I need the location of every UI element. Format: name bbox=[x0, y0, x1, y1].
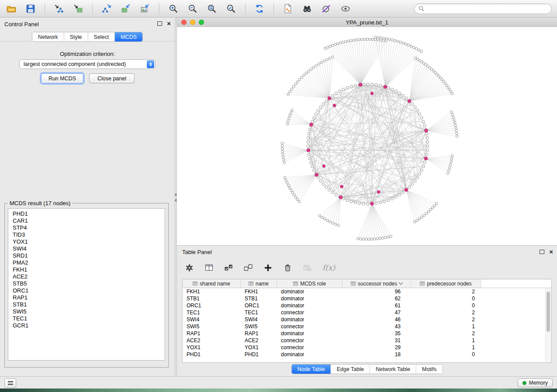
float-window-icon[interactable] bbox=[540, 250, 544, 254]
table-row[interactable]: PHD1PHD1dominator180 bbox=[183, 351, 551, 358]
table-cell[interactable]: dominator bbox=[277, 330, 343, 337]
table-row[interactable]: ACE2ACE2connector311 bbox=[183, 337, 551, 344]
table-cell[interactable]: 2 bbox=[411, 288, 481, 295]
table-cell[interactable]: 96 bbox=[343, 288, 411, 295]
network-file-button[interactable] bbox=[282, 3, 294, 15]
close-panel-icon[interactable]: × bbox=[549, 249, 553, 254]
table-cell[interactable]: FKH1 bbox=[241, 288, 277, 295]
table-cell[interactable]: SWI5 bbox=[183, 323, 241, 330]
table-cell[interactable]: ORC1 bbox=[241, 302, 277, 309]
mcds-result-list[interactable]: PHD1CAR1STP4TID3YOX1SWI4SRD1PMA2FKH1ACE2… bbox=[8, 208, 165, 361]
table-cell[interactable]: dominator bbox=[277, 302, 343, 309]
criterion-select[interactable]: largest connected component (undirected) bbox=[19, 59, 156, 69]
first-neighbors-button[interactable] bbox=[301, 3, 313, 15]
tab-network[interactable]: Network bbox=[32, 32, 64, 41]
result-item[interactable]: STB1 bbox=[8, 301, 165, 308]
table-cell[interactable]: 47 bbox=[343, 309, 411, 316]
table-cell[interactable]: 31 bbox=[343, 337, 411, 344]
table-row[interactable]: SWI5SWI5connector431 bbox=[183, 323, 551, 330]
result-item[interactable]: SWI5 bbox=[8, 308, 165, 315]
select-all-button[interactable] bbox=[224, 263, 233, 272]
table-cell[interactable]: SWI4 bbox=[183, 316, 241, 323]
table-cell[interactable]: SWI5 bbox=[241, 323, 277, 330]
split-columns-button[interactable] bbox=[204, 263, 214, 272]
table-row[interactable]: STB1STB1dominator620 bbox=[183, 295, 551, 302]
table-cell[interactable]: RAP1 bbox=[183, 330, 241, 337]
table-cell[interactable]: connector bbox=[277, 323, 343, 330]
table-row[interactable]: SWI4SWI4dominator462 bbox=[183, 316, 551, 323]
delete-row-button[interactable] bbox=[283, 263, 292, 272]
table-cell[interactable]: connector bbox=[277, 337, 343, 344]
tab-node-table[interactable]: Node Table bbox=[292, 364, 331, 374]
splitter-collapse-icon[interactable] bbox=[174, 193, 176, 202]
zoom-in-button[interactable] bbox=[167, 3, 180, 15]
table-cell[interactable]: 2 bbox=[411, 309, 481, 316]
open-session-button[interactable] bbox=[5, 3, 17, 15]
result-item[interactable]: GCR1 bbox=[8, 322, 165, 329]
result-item[interactable]: RAP1 bbox=[8, 294, 165, 301]
zoom-out-button[interactable] bbox=[187, 3, 199, 15]
tab-select[interactable]: Select bbox=[88, 32, 115, 41]
table-cell[interactable]: STB1 bbox=[241, 295, 277, 302]
result-item[interactable]: SRD1 bbox=[8, 252, 165, 259]
delete-table-button[interactable] bbox=[303, 263, 312, 272]
table-cell[interactable]: 46 bbox=[343, 316, 411, 323]
table-cell[interactable]: YOX1 bbox=[241, 344, 277, 351]
table-cell[interactable]: TEC1 bbox=[183, 309, 241, 316]
result-item[interactable]: PMA2 bbox=[8, 259, 165, 266]
table-cell[interactable]: ORC1 bbox=[183, 302, 241, 309]
export-table-button[interactable] bbox=[120, 3, 132, 15]
table-cell[interactable]: 18 bbox=[343, 351, 411, 358]
column-header[interactable]: shared name bbox=[183, 279, 241, 288]
table-scrollbar[interactable] bbox=[545, 288, 551, 362]
table-cell[interactable]: PHD1 bbox=[241, 351, 277, 358]
table-cell[interactable]: dominator bbox=[277, 295, 343, 302]
result-item[interactable]: ORC1 bbox=[8, 287, 165, 294]
table-cell[interactable]: 29 bbox=[343, 344, 411, 351]
close-panel-button[interactable]: Close panel bbox=[89, 73, 135, 83]
tab-network-table[interactable]: Network Table bbox=[370, 364, 416, 374]
save-session-button[interactable] bbox=[24, 3, 37, 15]
table-cell[interactable]: ACE2 bbox=[241, 337, 277, 344]
table-cell[interactable]: FKH1 bbox=[183, 288, 241, 295]
column-header[interactable]: predecessor nodes bbox=[411, 279, 481, 288]
export-image-button[interactable] bbox=[139, 3, 151, 15]
tab-mcds[interactable]: MCDS bbox=[115, 32, 142, 41]
function-builder-button[interactable]: f(x) bbox=[322, 263, 335, 272]
table-cell[interactable]: 61 bbox=[343, 302, 411, 309]
table-cell[interactable]: 2 bbox=[411, 330, 481, 337]
table-cell[interactable]: ACE2 bbox=[183, 337, 241, 344]
tab-edge-table[interactable]: Edge Table bbox=[331, 364, 370, 374]
table-cell[interactable]: SWI4 bbox=[241, 316, 277, 323]
result-item[interactable]: FKH1 bbox=[8, 266, 165, 273]
table-cell[interactable]: 1 bbox=[411, 323, 481, 330]
float-window-icon[interactable] bbox=[157, 21, 162, 26]
table-row[interactable]: ORC1ORC1dominator610 bbox=[183, 302, 551, 309]
apply-layout-button[interactable] bbox=[253, 3, 266, 15]
import-table-button[interactable] bbox=[72, 3, 84, 15]
column-header[interactable]: MCDS role bbox=[277, 279, 343, 288]
search-input[interactable] bbox=[427, 5, 547, 12]
hide-graphics-button[interactable] bbox=[320, 3, 332, 15]
table-cell[interactable]: RAP1 bbox=[241, 330, 277, 337]
unselect-all-button[interactable] bbox=[244, 263, 253, 272]
table-cell[interactable]: STB1 bbox=[183, 295, 241, 302]
table-cell[interactable]: dominator bbox=[277, 316, 343, 323]
zoom-selected-button[interactable] bbox=[225, 3, 237, 15]
table-cell[interactable]: 43 bbox=[343, 323, 411, 330]
table-cell[interactable]: connector bbox=[277, 309, 343, 316]
table-cell[interactable]: dominator bbox=[277, 351, 343, 358]
table-cell[interactable]: 62 bbox=[343, 295, 411, 302]
result-item[interactable]: YOX1 bbox=[8, 238, 165, 245]
table-cell[interactable]: 0 bbox=[411, 302, 481, 309]
tab-style[interactable]: Style bbox=[64, 32, 88, 41]
column-header[interactable]: successor nodes bbox=[343, 279, 411, 288]
show-graphics-button[interactable] bbox=[339, 3, 352, 15]
result-item[interactable]: CAR1 bbox=[8, 217, 165, 224]
panel-menu-button[interactable] bbox=[4, 378, 16, 388]
result-item[interactable]: STB5 bbox=[8, 280, 165, 287]
network-canvas[interactable] bbox=[177, 27, 557, 245]
tab-motifs[interactable]: Motifs bbox=[416, 364, 442, 374]
table-cell[interactable]: 35 bbox=[343, 330, 411, 337]
import-network-button[interactable] bbox=[53, 3, 65, 15]
